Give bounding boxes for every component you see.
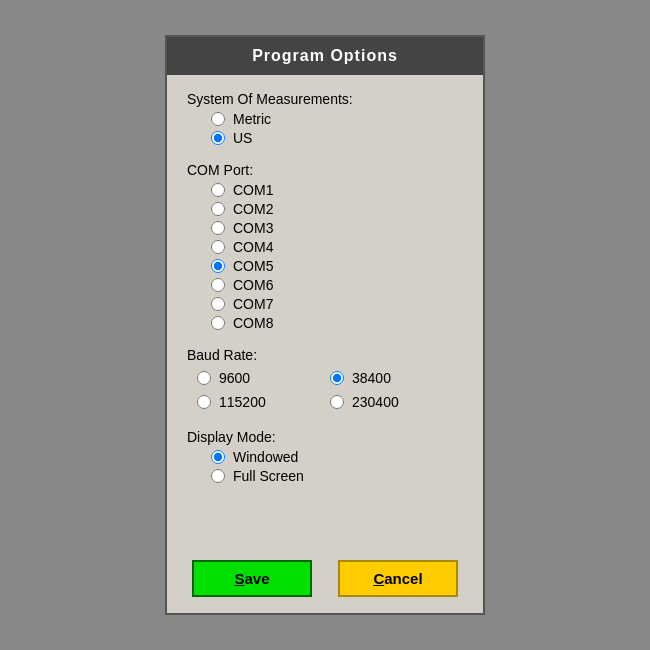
com1-radio[interactable] (211, 183, 225, 197)
com2-label[interactable]: COM2 (233, 201, 273, 217)
metric-radio[interactable] (211, 112, 225, 126)
us-row[interactable]: US (187, 130, 463, 146)
baudrate-label: Baud Rate: (187, 347, 463, 363)
baud38400-label[interactable]: 38400 (352, 370, 391, 386)
com1-row[interactable]: COM1 (187, 182, 463, 198)
fullscreen-radio[interactable] (211, 469, 225, 483)
dialog-footer: Save Cancel (167, 548, 483, 613)
baud9600-row[interactable]: 9600 (197, 370, 330, 386)
fullscreen-row[interactable]: Full Screen (187, 468, 463, 484)
save-button[interactable]: Save (192, 560, 312, 597)
com7-label[interactable]: COM7 (233, 296, 273, 312)
windowed-row[interactable]: Windowed (187, 449, 463, 465)
com8-label[interactable]: COM8 (233, 315, 273, 331)
com2-radio[interactable] (211, 202, 225, 216)
baud38400-row[interactable]: 38400 (330, 370, 463, 386)
baud115200-row[interactable]: 115200 (197, 394, 330, 410)
dialog-title: Program Options (167, 37, 483, 75)
com8-radio[interactable] (211, 316, 225, 330)
measurements-section: System Of Measurements: Metric US (187, 91, 463, 146)
com3-row[interactable]: COM3 (187, 220, 463, 236)
measurements-label: System Of Measurements: (187, 91, 463, 107)
com6-radio[interactable] (211, 278, 225, 292)
dialog-content: System Of Measurements: Metric US COM Po… (167, 75, 483, 548)
com6-label[interactable]: COM6 (233, 277, 273, 293)
com6-row[interactable]: COM6 (187, 277, 463, 293)
com8-row[interactable]: COM8 (187, 315, 463, 331)
com2-row[interactable]: COM2 (187, 201, 463, 217)
com7-radio[interactable] (211, 297, 225, 311)
baudrate-grid: 9600 38400 115200 230400 (187, 367, 463, 413)
com5-radio[interactable] (211, 259, 225, 273)
metric-row[interactable]: Metric (187, 111, 463, 127)
baud230400-label[interactable]: 230400 (352, 394, 399, 410)
com3-radio[interactable] (211, 221, 225, 235)
com4-radio[interactable] (211, 240, 225, 254)
com1-label[interactable]: COM1 (233, 182, 273, 198)
baud230400-radio[interactable] (330, 395, 344, 409)
baud115200-label[interactable]: 115200 (219, 394, 266, 410)
cancel-button[interactable]: Cancel (338, 560, 458, 597)
baud9600-radio[interactable] (197, 371, 211, 385)
com4-label[interactable]: COM4 (233, 239, 273, 255)
us-radio[interactable] (211, 131, 225, 145)
com4-row[interactable]: COM4 (187, 239, 463, 255)
com5-row[interactable]: COM5 (187, 258, 463, 274)
comport-section: COM Port: COM1 COM2 COM3 COM4 COM5 (187, 162, 463, 331)
baudrate-section: Baud Rate: 9600 38400 115200 230400 (187, 347, 463, 413)
baud230400-row[interactable]: 230400 (330, 394, 463, 410)
us-label[interactable]: US (233, 130, 252, 146)
com3-label[interactable]: COM3 (233, 220, 273, 236)
displaymode-section: Display Mode: Windowed Full Screen (187, 429, 463, 484)
windowed-label[interactable]: Windowed (233, 449, 298, 465)
windowed-radio[interactable] (211, 450, 225, 464)
comport-label: COM Port: (187, 162, 463, 178)
com7-row[interactable]: COM7 (187, 296, 463, 312)
com5-label[interactable]: COM5 (233, 258, 273, 274)
baud38400-radio[interactable] (330, 371, 344, 385)
displaymode-label: Display Mode: (187, 429, 463, 445)
metric-label[interactable]: Metric (233, 111, 271, 127)
fullscreen-label[interactable]: Full Screen (233, 468, 304, 484)
baud9600-label[interactable]: 9600 (219, 370, 250, 386)
baud115200-radio[interactable] (197, 395, 211, 409)
program-options-dialog: Program Options System Of Measurements: … (165, 35, 485, 615)
